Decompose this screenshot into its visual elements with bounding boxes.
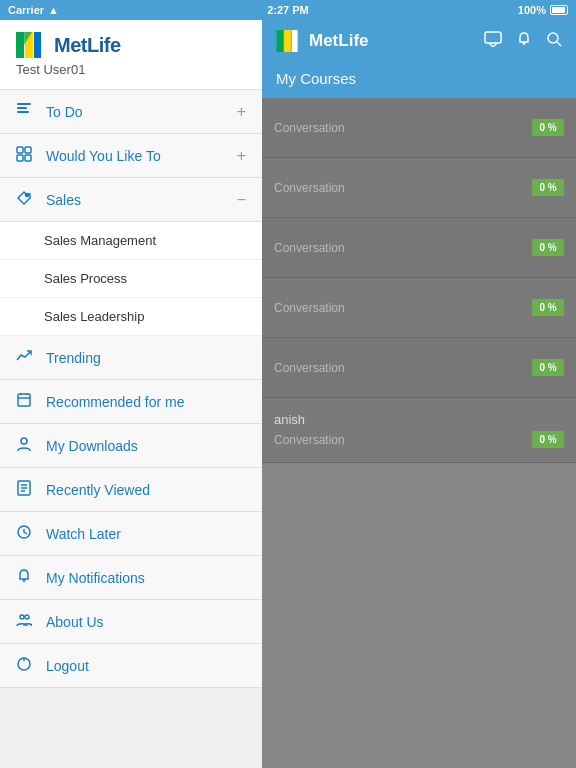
- courses-list: Conversation 0 % Conversation 0 % Conver…: [262, 98, 576, 768]
- course-label: Conversation: [274, 181, 345, 195]
- sidebar-sales-label: Sales: [46, 192, 237, 208]
- sidebar-item-watch-later[interactable]: Watch Later: [0, 512, 262, 556]
- wifi-icon: ▲: [48, 4, 59, 16]
- course-label: Conversation: [274, 241, 345, 255]
- svg-point-24: [20, 615, 24, 619]
- about-icon: [16, 612, 36, 631]
- sidebar-header: MetLife Test User01: [0, 20, 262, 90]
- course-progress: 0 %: [532, 431, 564, 448]
- svg-rect-8: [25, 147, 31, 153]
- todo-icon: [16, 102, 36, 121]
- course-row[interactable]: Conversation 0 %: [262, 218, 576, 278]
- svg-point-11: [26, 194, 29, 197]
- search-icon[interactable]: [546, 31, 562, 51]
- sidebar-item-recommended[interactable]: Recommended for me: [0, 380, 262, 424]
- sidebar-recently-label: Recently Viewed: [46, 482, 246, 498]
- sidebar-item-downloads[interactable]: My Downloads: [0, 424, 262, 468]
- main-logo-text: MetLife: [309, 31, 369, 51]
- svg-rect-4: [17, 103, 31, 105]
- course-row[interactable]: Conversation 0 %: [262, 98, 576, 158]
- svg-point-25: [25, 615, 29, 619]
- sidebar-todo-label: To Do: [46, 104, 237, 120]
- svg-rect-2: [34, 32, 41, 58]
- metlife-logo: MetLife: [16, 32, 246, 58]
- chat-icon[interactable]: [484, 31, 502, 51]
- svg-rect-28: [276, 30, 283, 52]
- sales-leadership-label: Sales Leadership: [44, 309, 144, 324]
- sidebar-wyl-toggle: +: [237, 147, 246, 165]
- watch-later-icon: [16, 524, 36, 543]
- sidebar-item-logout[interactable]: Logout: [0, 644, 262, 688]
- course-label: Conversation: [274, 361, 345, 375]
- recommended-icon: [16, 392, 36, 411]
- status-time: 2:27 PM: [267, 4, 309, 16]
- app-container: MetLife Test User01 To Do + Would You Li…: [0, 20, 576, 768]
- main-logo: MetLife: [276, 30, 369, 52]
- sidebar-item-trending[interactable]: Trending: [0, 336, 262, 380]
- main-header: MetLife: [262, 20, 576, 62]
- course-progress: 0 %: [532, 119, 564, 136]
- sidebar-sub-sales-leadership[interactable]: Sales Leadership: [0, 298, 262, 336]
- status-bar: Carrier ▲ 2:27 PM 100%: [0, 0, 576, 20]
- course-label: Conversation: [274, 121, 345, 135]
- sales-sub-items: Sales Management Sales Process Sales Lea…: [0, 222, 262, 336]
- sales-process-label: Sales Process: [44, 271, 127, 286]
- svg-rect-29: [284, 30, 291, 52]
- sidebar-item-notifications[interactable]: My Notifications: [0, 556, 262, 600]
- battery-icon: [550, 5, 568, 15]
- main-content: MetLife My Courses Conversation: [262, 20, 576, 768]
- sales-icon: [16, 190, 36, 209]
- logout-icon: [16, 656, 36, 675]
- bell-icon[interactable]: [516, 31, 532, 51]
- svg-rect-5: [17, 107, 27, 109]
- sidebar-sub-sales-process[interactable]: Sales Process: [0, 260, 262, 298]
- sidebar-logo-text: MetLife: [54, 34, 121, 57]
- battery-percentage: 100%: [518, 4, 546, 16]
- svg-rect-10: [25, 155, 31, 161]
- sidebar-item-recently[interactable]: Recently Viewed: [0, 468, 262, 512]
- svg-rect-31: [485, 32, 501, 43]
- sidebar-about-label: About Us: [46, 614, 246, 630]
- course-progress: 0 %: [532, 179, 564, 196]
- sales-management-label: Sales Management: [44, 233, 156, 248]
- sidebar-sub-sales-management[interactable]: Sales Management: [0, 222, 262, 260]
- sidebar: MetLife Test User01 To Do + Would You Li…: [0, 20, 262, 768]
- course-label: Conversation: [274, 433, 345, 447]
- trending-icon: [16, 348, 36, 367]
- downloads-icon: [16, 436, 36, 455]
- course-row[interactable]: anish Conversation 0 %: [262, 398, 576, 463]
- course-row[interactable]: Conversation 0 %: [262, 278, 576, 338]
- svg-point-16: [21, 438, 27, 444]
- sidebar-notifications-label: My Notifications: [46, 570, 246, 586]
- wyl-icon: [16, 146, 36, 165]
- svg-rect-9: [17, 155, 23, 161]
- svg-rect-30: [292, 30, 298, 52]
- battery-status: 100%: [518, 4, 568, 16]
- sidebar-todo-toggle: +: [237, 103, 246, 121]
- notifications-icon: [16, 568, 36, 587]
- course-row[interactable]: Conversation 0 %: [262, 158, 576, 218]
- course-row[interactable]: Conversation 0 %: [262, 338, 576, 398]
- main-header-icons: [484, 31, 562, 51]
- sidebar-watch-label: Watch Later: [46, 526, 246, 542]
- svg-rect-7: [17, 147, 23, 153]
- svg-rect-6: [17, 111, 29, 113]
- svg-rect-12: [18, 394, 30, 406]
- sidebar-item-wyl[interactable]: Would You Like To +: [0, 134, 262, 178]
- main-logo-icon: [276, 30, 304, 52]
- course-progress: 0 %: [532, 359, 564, 376]
- recently-icon: [16, 480, 36, 499]
- carrier-label: Carrier: [8, 4, 44, 16]
- sidebar-username: Test User01: [16, 62, 246, 77]
- course-progress: 0 %: [532, 299, 564, 316]
- sidebar-item-about[interactable]: About Us: [0, 600, 262, 644]
- sidebar-recommended-label: Recommended for me: [46, 394, 246, 410]
- svg-line-35: [557, 42, 561, 46]
- metlife-logo-icon: [16, 32, 48, 58]
- courses-header: My Courses: [262, 62, 576, 98]
- svg-point-34: [548, 33, 558, 43]
- sidebar-item-todo[interactable]: To Do +: [0, 90, 262, 134]
- carrier-wifi: Carrier ▲: [8, 4, 59, 16]
- sidebar-wyl-label: Would You Like To: [46, 148, 237, 164]
- sidebar-item-sales[interactable]: Sales −: [0, 178, 262, 222]
